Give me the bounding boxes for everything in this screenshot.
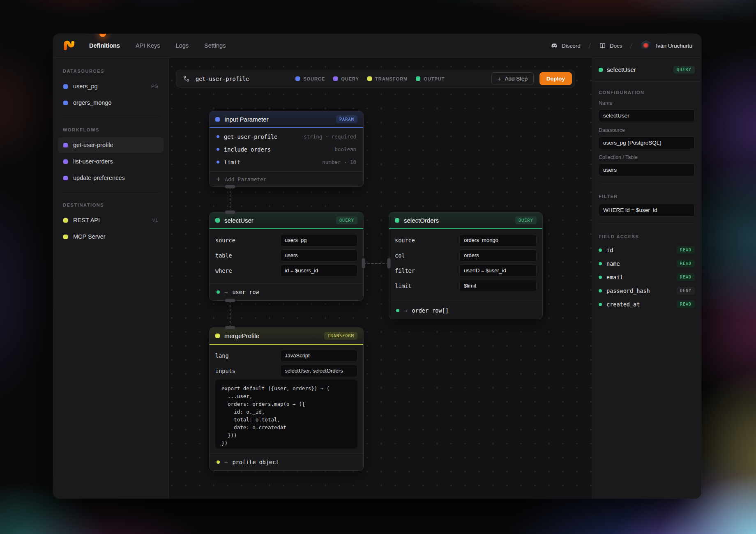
field-list: source users_pg table users where id = $… bbox=[210, 229, 363, 283]
datasource-input[interactable]: users_pg (PostgreSQL) bbox=[599, 136, 695, 149]
sidebar-item-get-user-profile[interactable]: get-user-profile bbox=[58, 137, 164, 153]
tab-settings[interactable]: Settings bbox=[204, 42, 226, 49]
field-dot-icon bbox=[599, 303, 602, 306]
source-field[interactable]: orders_mongo bbox=[459, 234, 537, 246]
query-dot-icon bbox=[333, 76, 338, 81]
table-field[interactable]: users bbox=[280, 249, 357, 262]
limit-field[interactable]: $limit bbox=[459, 280, 537, 292]
node-type-legend: SOURCE QUERY TRANSFORM OUTPUT bbox=[295, 76, 445, 81]
field-dot-icon bbox=[599, 249, 602, 252]
parameter-row[interactable]: include_orders boolean bbox=[210, 143, 363, 156]
node-header[interactable]: selectUser QUERY bbox=[210, 212, 363, 229]
output-port-right[interactable] bbox=[362, 258, 365, 269]
add-step-button[interactable]: Add Step bbox=[491, 72, 534, 85]
name-input[interactable]: selectUser bbox=[599, 109, 695, 122]
add-step-label: Add Step bbox=[505, 76, 528, 82]
node-output: user row bbox=[210, 283, 363, 300]
field-label: Datasource bbox=[599, 127, 695, 133]
collection-table-input[interactable]: users bbox=[599, 163, 695, 176]
access-badge[interactable]: READ bbox=[677, 246, 695, 254]
node-header[interactable]: Input Parameter PARAM bbox=[210, 111, 363, 128]
sidebar-item-mcp-server[interactable]: MCP Server bbox=[58, 229, 164, 244]
deploy-button[interactable]: Deploy bbox=[539, 72, 572, 85]
access-badge[interactable]: DENY bbox=[677, 287, 695, 295]
access-badge[interactable]: READ bbox=[677, 273, 695, 281]
transform-dot-icon bbox=[215, 334, 220, 338]
datasource-dot-icon bbox=[63, 84, 68, 89]
field-access-row: name READ bbox=[599, 257, 695, 270]
output-port[interactable] bbox=[225, 299, 235, 302]
section-heading: CONFIGURATION bbox=[599, 90, 695, 95]
tab-definitions[interactable]: Definitions bbox=[89, 42, 120, 49]
sidebar-item-orgers-mongo[interactable]: orgers_mongo bbox=[58, 95, 164, 110]
param-dot-icon bbox=[217, 161, 219, 163]
field-label: inputs bbox=[215, 368, 280, 374]
docs-link[interactable]: Docs bbox=[599, 42, 622, 49]
transform-code-editor[interactable]: export default ({user, orders}) → ( ...u… bbox=[215, 380, 357, 449]
field-label: source bbox=[215, 237, 280, 244]
tab-api-keys[interactable]: API Keys bbox=[136, 42, 160, 49]
field-label: Name bbox=[599, 100, 695, 106]
parameter-meta: string · required bbox=[304, 134, 356, 140]
arrow-right-icon bbox=[224, 288, 228, 296]
nav-right-cluster: Discord Docs Iván Uruchurtu bbox=[551, 40, 692, 51]
source-field[interactable]: users_pg bbox=[280, 234, 357, 246]
sidebar-item-users-pg[interactable]: users_pg PG bbox=[58, 78, 164, 94]
user-avatar bbox=[641, 40, 652, 51]
field-list: source orders_mongo col orders filter us… bbox=[389, 229, 542, 302]
field-label: source bbox=[395, 237, 459, 244]
inspector-title: selectUser bbox=[607, 66, 669, 73]
input-port-left[interactable] bbox=[387, 258, 391, 269]
legend-label: SOURCE bbox=[303, 76, 325, 81]
inputs-field[interactable]: selectUser, selectOrders bbox=[280, 365, 357, 377]
node-header[interactable]: mergeProfile TRANSFORM bbox=[210, 328, 363, 345]
tab-logs[interactable]: Logs bbox=[176, 42, 189, 49]
access-badge[interactable]: READ bbox=[677, 260, 695, 267]
sidebar-heading-destinations: DESTINATIONS bbox=[63, 203, 159, 207]
param-dot-icon bbox=[217, 135, 219, 138]
where-field[interactable]: id = $users_id bbox=[280, 265, 357, 277]
add-parameter-button[interactable]: Add Parameter bbox=[210, 171, 363, 186]
sidebar-divider bbox=[61, 193, 160, 193]
legend-output: OUTPUT bbox=[416, 76, 445, 81]
field-label: table bbox=[215, 252, 280, 259]
sidebar-item-list-user-orders[interactable]: list-user-orders bbox=[58, 154, 164, 169]
field-access-list: id READ name READ email READ bbox=[599, 243, 695, 311]
parameter-row[interactable]: get-user-profile string · required bbox=[210, 130, 363, 143]
output-label: profile object bbox=[232, 459, 279, 465]
field-label: where bbox=[215, 267, 280, 274]
query-dot-icon bbox=[215, 218, 220, 223]
sidebar-item-update-preferences[interactable]: update-preferences bbox=[58, 170, 164, 186]
section-divider bbox=[599, 183, 695, 183]
input-port[interactable] bbox=[225, 210, 235, 214]
query-dot-icon bbox=[599, 68, 603, 72]
access-badge[interactable]: READ bbox=[677, 300, 695, 308]
col-field[interactable]: orders bbox=[459, 249, 537, 262]
node-header[interactable]: selectOrders QUERY bbox=[389, 212, 542, 229]
filter-field[interactable]: userID = $user_id bbox=[459, 265, 537, 277]
node-title: mergeProfile bbox=[224, 332, 320, 339]
discord-link[interactable]: Discord bbox=[551, 42, 581, 49]
nav-separator bbox=[588, 42, 591, 48]
plus-icon bbox=[498, 75, 501, 82]
lang-field[interactable]: JavaScript bbox=[280, 350, 357, 362]
field-list: lang JavaScript inputs selectUser, selec… bbox=[210, 345, 363, 378]
field-access-row: password_hash DENY bbox=[599, 284, 695, 297]
input-port[interactable] bbox=[225, 326, 235, 329]
transform-dot-icon bbox=[367, 76, 372, 81]
sidebar-item-rest-api[interactable]: REST API V1 bbox=[58, 212, 164, 228]
field-row: source orders_mongo bbox=[389, 232, 542, 248]
filter-input[interactable]: WHERE id = $user_id bbox=[599, 204, 695, 216]
node-type-badge: QUERY bbox=[336, 216, 357, 224]
datasource-dot-icon bbox=[63, 101, 68, 105]
node-input-parameter: Input Parameter PARAM get-user-profile s… bbox=[209, 111, 364, 187]
legend-source: SOURCE bbox=[295, 76, 325, 81]
sidebar-item-label: update-preferences bbox=[73, 175, 125, 181]
output-label: order row[] bbox=[412, 307, 448, 314]
field-name: email bbox=[606, 274, 672, 281]
parameter-row[interactable]: limit number · 10 bbox=[210, 156, 363, 168]
legend-label: QUERY bbox=[341, 76, 359, 81]
account-menu[interactable]: Iván Uruchurtu bbox=[641, 40, 692, 51]
output-port[interactable] bbox=[225, 185, 235, 189]
workflow-canvas[interactable]: get-user-profile SOURCE QUERY TRANSFORM bbox=[169, 58, 592, 499]
